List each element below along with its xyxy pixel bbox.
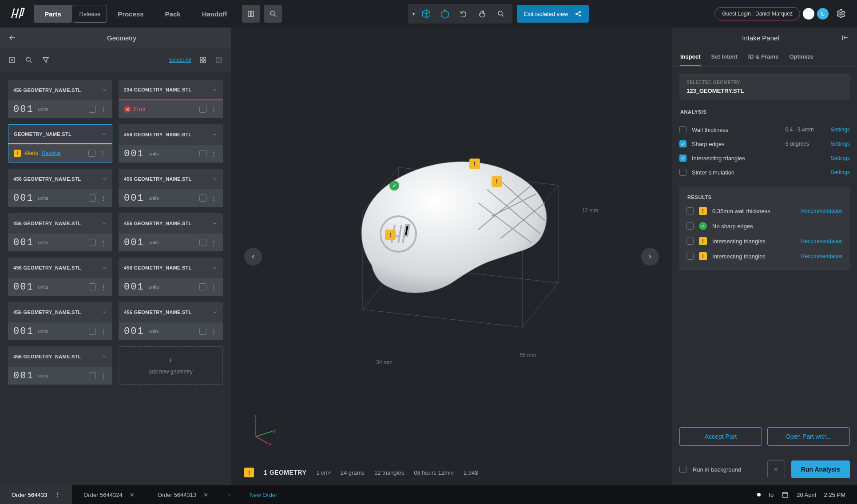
next-part-button[interactable] [641, 248, 659, 266]
card-checkbox[interactable] [199, 106, 206, 113]
chevron-down-icon[interactable] [102, 87, 107, 93]
recommendation-link[interactable]: Recommendation [801, 253, 843, 259]
geometry-card[interactable]: 456 GEOMETRY_NAME.STL001units⋮ [119, 213, 223, 251]
card-checkbox[interactable] [89, 106, 96, 113]
list-view-icon[interactable] [215, 56, 223, 64]
exit-isolated-view-button[interactable]: Exit isolated view [517, 5, 589, 23]
close-icon[interactable]: ✕ [130, 492, 135, 498]
rp-tab-optimize[interactable]: Optimize [789, 48, 813, 66]
card-more-icon[interactable]: ⋮ [210, 284, 218, 290]
close-icon[interactable]: ✕ [203, 492, 208, 498]
analysis-settings-link[interactable]: Settings [831, 141, 850, 147]
geometry-card[interactable]: 456 GEOMETRY_NAME.STL001units⋮ [8, 80, 112, 118]
geometry-card[interactable]: 456 GEOMETRY_NAME.STL001units⋮ [8, 213, 112, 251]
add-geometry-card[interactable]: +add new geometry [119, 346, 223, 385]
card-more-icon[interactable]: ⋮ [210, 106, 218, 113]
chevron-down-icon[interactable] [212, 132, 218, 137]
card-checkbox[interactable] [199, 150, 206, 157]
result-checkbox[interactable] [686, 253, 694, 260]
geometry-card[interactable]: 456 GEOMETRY_NAME.STL001units⋮ [8, 169, 112, 207]
tab-more-icon[interactable]: ⋮ [54, 491, 60, 498]
marker-warn-3[interactable] [385, 230, 396, 240]
viewport[interactable]: 12 mm 56 mm 34 mm z y x ! 1 G [231, 28, 672, 485]
chevron-down-icon[interactable] [212, 265, 218, 270]
geometry-card[interactable]: 456 GEOMETRY_NAME.STL001units⋮ [8, 258, 112, 296]
marker-warn-1[interactable] [469, 159, 480, 169]
rp-tab-inspect[interactable]: Inspect [680, 48, 701, 66]
card-checkbox[interactable] [89, 328, 96, 335]
chevron-down-icon[interactable] [102, 354, 107, 359]
pan-icon[interactable] [475, 7, 489, 21]
tab-release[interactable]: Release [73, 5, 107, 23]
rp-tab-set-intent[interactable]: Set Intent [711, 48, 738, 66]
geometry-card[interactable]: GEOMETRY_NAME.STL!AlertsResolve⋮ [8, 124, 112, 163]
undo-icon[interactable] [456, 7, 471, 21]
order-tab[interactable]: Order 564433⋮ [0, 485, 72, 504]
result-checkbox[interactable] [686, 207, 694, 214]
tab-process[interactable]: Process [107, 5, 154, 23]
analysis-settings-link[interactable]: Settings [831, 127, 850, 133]
card-more-icon[interactable]: ⋮ [99, 150, 107, 157]
recommendation-link[interactable]: Recommendation [801, 238, 843, 244]
analysis-checkbox[interactable] [679, 169, 686, 176]
geometry-card[interactable]: 456 GEOMETRY_NAME.STL001units⋮ [8, 346, 112, 385]
avatar-2[interactable]: L [817, 8, 829, 20]
open-part-with-button[interactable]: Open Part with... [767, 427, 850, 446]
axis-gizmo[interactable]: z y x [247, 414, 278, 445]
guest-login-pill[interactable]: Guest Login : Daniel Marquez [714, 7, 800, 20]
card-checkbox[interactable] [89, 372, 96, 379]
tab-parts[interactable]: Parts [34, 5, 72, 23]
book-icon[interactable] [242, 5, 260, 23]
rp-tab-id-frame[interactable]: ID & Frame [748, 48, 779, 66]
run-bg-checkbox[interactable] [679, 466, 686, 473]
geometry-card[interactable]: 456 GEOMETRY_NAME.STL001units⋮ [119, 169, 223, 207]
back-icon[interactable] [6, 32, 19, 44]
card-more-icon[interactable]: ⋮ [99, 284, 107, 290]
card-more-icon[interactable]: ⋮ [99, 195, 107, 202]
card-more-icon[interactable]: ⋮ [210, 151, 218, 157]
avatar-1[interactable] [803, 8, 814, 20]
import-icon[interactable] [8, 56, 16, 64]
chevron-down-icon[interactable] [102, 265, 107, 270]
card-checkbox[interactable] [89, 194, 96, 202]
geometry-card[interactable]: 456 GEOMETRY_NAME.STL001units⋮ [119, 124, 223, 163]
cancel-run-button[interactable]: ✕ [767, 460, 785, 478]
card-more-icon[interactable]: ⋮ [99, 373, 107, 379]
card-checkbox[interactable] [199, 194, 206, 202]
chevron-down-icon[interactable] [212, 310, 218, 315]
analysis-checkbox[interactable] [679, 140, 686, 147]
chevron-down-icon[interactable] [102, 310, 107, 315]
recommendation-link[interactable]: Recommendation [801, 208, 843, 214]
search-icon[interactable] [264, 5, 282, 23]
marker-warn-2[interactable] [492, 176, 502, 187]
collapse-icon[interactable] [841, 34, 849, 42]
run-analysis-button[interactable]: Run Analysis [791, 460, 850, 478]
card-checkbox[interactable] [199, 283, 206, 290]
card-checkbox[interactable] [199, 328, 206, 335]
card-checkbox[interactable] [88, 150, 95, 157]
card-more-icon[interactable]: ⋮ [210, 195, 218, 202]
gear-icon[interactable] [833, 6, 849, 22]
card-more-icon[interactable]: ⋮ [99, 106, 107, 113]
card-more-icon[interactable]: ⋮ [99, 239, 107, 246]
analysis-settings-link[interactable]: Settings [831, 155, 850, 161]
tab-handoff[interactable]: Handoff [191, 5, 238, 23]
order-tab[interactable]: Order 5644313✕ [146, 485, 220, 504]
card-checkbox[interactable] [89, 239, 96, 246]
result-checkbox[interactable] [686, 222, 694, 230]
marker-ok[interactable] [389, 181, 399, 190]
geometry-card[interactable]: 456 GEOMETRY_NAME.STL001units⋮ [119, 302, 223, 340]
accept-part-button[interactable]: Accept Part [679, 427, 762, 446]
chevron-down-icon[interactable] [212, 221, 218, 226]
chevron-down-icon[interactable] [102, 176, 107, 182]
chevron-down-icon[interactable] [101, 131, 107, 137]
analysis-checkbox[interactable] [679, 126, 686, 133]
geometry-card[interactable]: 456 GEOMETRY_NAME.STL001units⋮ [119, 258, 223, 296]
geometry-card[interactable]: 234 GEOMETRY_NAME.STL✕Error⋮ [119, 80, 223, 118]
cube-view-icon[interactable] [419, 7, 433, 21]
card-checkbox[interactable] [89, 283, 96, 290]
geometry-card[interactable]: 456 GEOMETRY_NAME.STL001units⋮ [8, 302, 112, 340]
card-checkbox[interactable] [199, 239, 206, 246]
card-more-icon[interactable]: ⋮ [210, 328, 218, 335]
chevron-down-icon[interactable] [212, 176, 218, 182]
